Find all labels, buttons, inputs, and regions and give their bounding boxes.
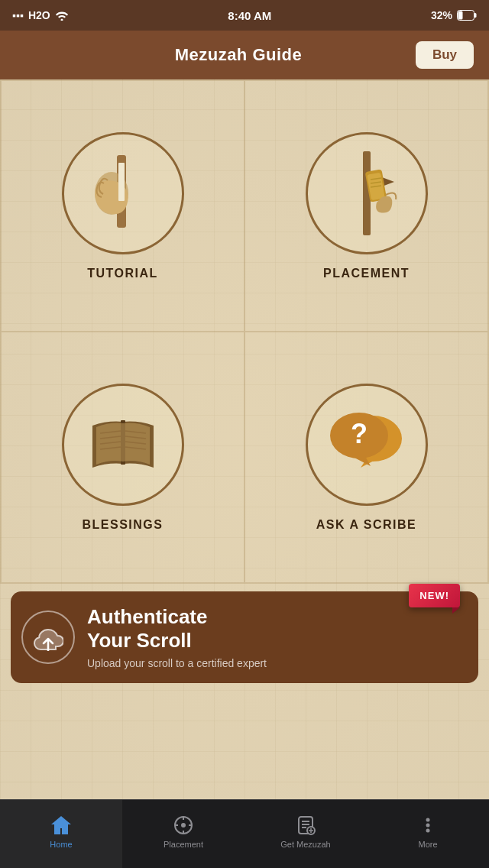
battery-label: 32% xyxy=(431,9,452,21)
svg-point-25 xyxy=(181,823,186,828)
placement-circle xyxy=(306,132,428,254)
tab-get-mezuzah[interactable]: Get Mezuzah xyxy=(244,800,367,868)
svg-rect-2 xyxy=(458,11,463,20)
tab-get-mezuzah-label: Get Mezuzah xyxy=(280,840,330,849)
more-tab-icon xyxy=(416,814,439,837)
tutorial-circle xyxy=(62,132,184,254)
tutorial-label: TUTORIAL xyxy=(87,267,158,280)
cloud-upload-icon xyxy=(33,623,63,651)
nav-title: Mezuzah Guide xyxy=(175,45,303,65)
status-time: 8:40 AM xyxy=(228,9,271,22)
placement-icon xyxy=(325,147,409,239)
tutorial-icon xyxy=(85,151,161,235)
blessings-circle xyxy=(62,384,184,506)
menu-grid: TUTORIAL xyxy=(0,79,489,584)
tab-bar: Home Placement Get Mez xyxy=(0,799,489,868)
auth-title: AuthenticateYour Scroll xyxy=(87,605,463,653)
status-right: 32% xyxy=(431,9,477,21)
tab-home[interactable]: Home xyxy=(0,800,122,868)
ask-scribe-circle: ? xyxy=(306,384,428,506)
status-left: ▪▪▪ H2O xyxy=(12,9,69,21)
placement-item[interactable]: PLACEMENT xyxy=(244,80,488,332)
battery-icon xyxy=(457,10,477,21)
svg-text:?: ? xyxy=(351,418,368,449)
scribe-icon: ? xyxy=(321,406,413,483)
auth-subtitle: Upload your scroll to a certified expert xyxy=(87,657,463,669)
svg-rect-5 xyxy=(118,163,125,201)
tab-placement-label: Placement xyxy=(164,840,203,849)
buy-button[interactable]: Buy xyxy=(416,41,474,69)
tab-more-label: More xyxy=(418,840,437,849)
blessings-item[interactable]: BLESSINGS xyxy=(1,332,244,583)
main-content: TUTORIAL xyxy=(0,79,489,799)
tab-placement[interactable]: Placement xyxy=(122,800,244,868)
auth-cloud-circle xyxy=(21,611,75,664)
ask-scribe-label: ASK A SCRIBE xyxy=(316,518,417,532)
status-bar: ▪▪▪ H2O 8:40 AM 32% xyxy=(0,0,489,31)
blessings-label: BLESSINGS xyxy=(83,518,164,532)
home-icon xyxy=(50,814,73,837)
tutorial-item[interactable]: TUTORIAL xyxy=(1,80,244,332)
auth-text-block: AuthenticateYour Scroll Upload your scro… xyxy=(87,605,463,669)
svg-point-37 xyxy=(426,828,430,832)
carrier-label: H2O xyxy=(28,9,50,21)
mezuzah-tab-icon xyxy=(294,814,317,837)
placement-tab-icon xyxy=(172,814,195,837)
svg-point-35 xyxy=(426,818,430,821)
blessings-icon xyxy=(81,406,165,483)
ask-scribe-item[interactable]: ? ASK A SCRIBE xyxy=(244,332,488,583)
new-badge: NEW! xyxy=(409,584,460,607)
nav-bar: Mezuzah Guide Buy xyxy=(0,31,489,79)
placement-label: PLACEMENT xyxy=(323,267,410,280)
svg-rect-1 xyxy=(474,13,477,18)
svg-point-36 xyxy=(426,823,430,827)
tab-home-label: Home xyxy=(50,840,72,849)
auth-banner[interactable]: AuthenticateYour Scroll Upload your scro… xyxy=(11,591,478,683)
tab-more[interactable]: More xyxy=(367,800,489,868)
wifi-icon xyxy=(55,10,69,21)
signal-icon: ▪▪▪ xyxy=(12,9,24,21)
